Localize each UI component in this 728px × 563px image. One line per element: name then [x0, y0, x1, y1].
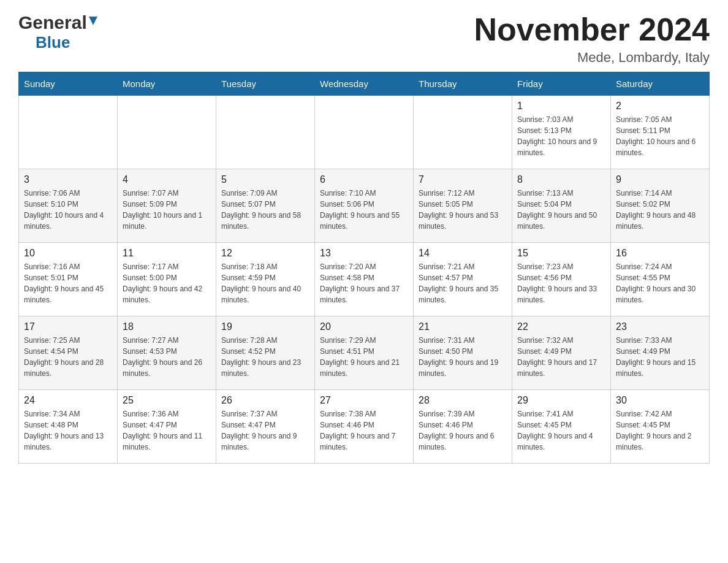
day-number: 14: [419, 248, 507, 259]
day-info: Sunrise: 7:37 AMSunset: 4:47 PMDaylight:…: [221, 408, 309, 453]
calendar-cell: 17Sunrise: 7:25 AMSunset: 4:54 PMDayligh…: [19, 316, 118, 390]
day-info: Sunrise: 7:16 AMSunset: 5:01 PMDaylight:…: [24, 261, 112, 305]
calendar-cell: 6Sunrise: 7:10 AMSunset: 5:06 PMDaylight…: [315, 169, 414, 243]
day-info: Sunrise: 7:33 AMSunset: 4:49 PMDaylight:…: [616, 335, 704, 379]
col-monday: Monday: [118, 72, 216, 96]
day-number: 24: [24, 395, 112, 406]
day-number: 20: [320, 321, 408, 332]
calendar-table: Sunday Monday Tuesday Wednesday Thursday…: [18, 72, 710, 464]
calendar-cell: 26Sunrise: 7:37 AMSunset: 4:47 PMDayligh…: [216, 390, 315, 464]
calendar-cell: 3Sunrise: 7:06 AMSunset: 5:10 PMDaylight…: [19, 169, 118, 243]
day-number: 19: [221, 321, 309, 332]
day-info: Sunrise: 7:41 AMSunset: 4:45 PMDaylight:…: [517, 408, 605, 453]
calendar-cell: 30Sunrise: 7:42 AMSunset: 4:45 PMDayligh…: [611, 390, 710, 464]
day-info: Sunrise: 7:42 AMSunset: 4:45 PMDaylight:…: [616, 408, 704, 453]
day-info: Sunrise: 7:18 AMSunset: 4:59 PMDaylight:…: [221, 261, 309, 305]
calendar-week-1: 1Sunrise: 7:03 AMSunset: 5:13 PMDaylight…: [19, 96, 710, 169]
calendar-cell: 28Sunrise: 7:39 AMSunset: 4:46 PMDayligh…: [414, 390, 512, 464]
calendar-cell: 9Sunrise: 7:14 AMSunset: 5:02 PMDaylight…: [611, 169, 710, 243]
calendar-header-row: Sunday Monday Tuesday Wednesday Thursday…: [19, 72, 710, 96]
col-tuesday: Tuesday: [216, 72, 315, 96]
calendar-cell: [414, 96, 512, 169]
day-number: 27: [320, 395, 408, 406]
day-info: Sunrise: 7:24 AMSunset: 4:55 PMDaylight:…: [616, 261, 704, 305]
calendar-week-3: 10Sunrise: 7:16 AMSunset: 5:01 PMDayligh…: [19, 243, 710, 316]
day-number: 13: [320, 248, 408, 259]
page-header: General Blue November 2024 Mede, Lombard…: [18, 12, 710, 66]
calendar-week-2: 3Sunrise: 7:06 AMSunset: 5:10 PMDaylight…: [19, 169, 710, 243]
calendar-cell: 15Sunrise: 7:23 AMSunset: 4:56 PMDayligh…: [512, 243, 611, 316]
day-info: Sunrise: 7:20 AMSunset: 4:58 PMDaylight:…: [320, 261, 408, 305]
day-number: 11: [123, 248, 211, 259]
day-number: 7: [419, 174, 507, 185]
day-info: Sunrise: 7:12 AMSunset: 5:05 PMDaylight:…: [419, 188, 507, 232]
calendar-cell: 4Sunrise: 7:07 AMSunset: 5:09 PMDaylight…: [118, 169, 216, 243]
day-info: Sunrise: 7:05 AMSunset: 5:11 PMDaylight:…: [616, 114, 704, 158]
day-number: 22: [517, 321, 605, 332]
day-number: 23: [616, 321, 704, 332]
calendar-cell: 16Sunrise: 7:24 AMSunset: 4:55 PMDayligh…: [611, 243, 710, 316]
day-info: Sunrise: 7:17 AMSunset: 5:00 PMDaylight:…: [123, 261, 211, 305]
calendar-cell: 29Sunrise: 7:41 AMSunset: 4:45 PMDayligh…: [512, 390, 611, 464]
day-info: Sunrise: 7:39 AMSunset: 4:46 PMDaylight:…: [419, 408, 507, 453]
calendar-cell: 18Sunrise: 7:27 AMSunset: 4:53 PMDayligh…: [118, 316, 216, 390]
day-number: 21: [419, 321, 507, 332]
day-number: 10: [24, 248, 112, 259]
day-info: Sunrise: 7:32 AMSunset: 4:49 PMDaylight:…: [517, 335, 605, 379]
day-number: 15: [517, 248, 605, 259]
calendar-cell: 7Sunrise: 7:12 AMSunset: 5:05 PMDaylight…: [414, 169, 512, 243]
calendar-cell: 10Sunrise: 7:16 AMSunset: 5:01 PMDayligh…: [19, 243, 118, 316]
calendar-cell: 13Sunrise: 7:20 AMSunset: 4:58 PMDayligh…: [315, 243, 414, 316]
day-number: 16: [616, 248, 704, 259]
month-title: November 2024: [474, 12, 710, 47]
day-number: 9: [616, 174, 704, 185]
calendar-cell: 27Sunrise: 7:38 AMSunset: 4:46 PMDayligh…: [315, 390, 414, 464]
calendar-cell: 23Sunrise: 7:33 AMSunset: 4:49 PMDayligh…: [611, 316, 710, 390]
calendar-cell: 5Sunrise: 7:09 AMSunset: 5:07 PMDaylight…: [216, 169, 315, 243]
calendar-cell: 2Sunrise: 7:05 AMSunset: 5:11 PMDaylight…: [611, 96, 710, 169]
day-number: 30: [616, 395, 704, 406]
calendar-week-4: 17Sunrise: 7:25 AMSunset: 4:54 PMDayligh…: [19, 316, 710, 390]
location: Mede, Lombardy, Italy: [474, 50, 710, 66]
calendar-cell: 14Sunrise: 7:21 AMSunset: 4:57 PMDayligh…: [414, 243, 512, 316]
day-number: 2: [616, 101, 704, 112]
day-info: Sunrise: 7:34 AMSunset: 4:48 PMDaylight:…: [24, 408, 112, 453]
day-number: 6: [320, 174, 408, 185]
day-info: Sunrise: 7:06 AMSunset: 5:10 PMDaylight:…: [24, 188, 112, 232]
day-number: 3: [24, 174, 112, 185]
col-saturday: Saturday: [611, 72, 710, 96]
calendar-cell: 12Sunrise: 7:18 AMSunset: 4:59 PMDayligh…: [216, 243, 315, 316]
calendar-cell: 1Sunrise: 7:03 AMSunset: 5:13 PMDaylight…: [512, 96, 611, 169]
logo-blue-text: Blue: [36, 33, 70, 52]
day-number: 17: [24, 321, 112, 332]
calendar-cell: 22Sunrise: 7:32 AMSunset: 4:49 PMDayligh…: [512, 316, 611, 390]
day-info: Sunrise: 7:10 AMSunset: 5:06 PMDaylight:…: [320, 188, 408, 232]
calendar-cell: 21Sunrise: 7:31 AMSunset: 4:50 PMDayligh…: [414, 316, 512, 390]
day-number: 28: [419, 395, 507, 406]
day-number: 5: [221, 174, 309, 185]
col-wednesday: Wednesday: [315, 72, 414, 96]
day-number: 8: [517, 174, 605, 185]
day-info: Sunrise: 7:28 AMSunset: 4:52 PMDaylight:…: [221, 335, 309, 379]
calendar-week-5: 24Sunrise: 7:34 AMSunset: 4:48 PMDayligh…: [19, 390, 710, 464]
calendar-cell: [315, 96, 414, 169]
day-info: Sunrise: 7:21 AMSunset: 4:57 PMDaylight:…: [419, 261, 507, 305]
day-info: Sunrise: 7:29 AMSunset: 4:51 PMDaylight:…: [320, 335, 408, 379]
calendar-cell: 24Sunrise: 7:34 AMSunset: 4:48 PMDayligh…: [19, 390, 118, 464]
day-info: Sunrise: 7:03 AMSunset: 5:13 PMDaylight:…: [517, 114, 605, 158]
calendar-cell: [19, 96, 118, 169]
logo: General Blue: [18, 12, 97, 52]
day-number: 12: [221, 248, 309, 259]
col-friday: Friday: [512, 72, 611, 96]
calendar-cell: [118, 96, 216, 169]
calendar-cell: [216, 96, 315, 169]
day-info: Sunrise: 7:07 AMSunset: 5:09 PMDaylight:…: [123, 188, 211, 232]
day-info: Sunrise: 7:14 AMSunset: 5:02 PMDaylight:…: [616, 188, 704, 232]
calendar-cell: 20Sunrise: 7:29 AMSunset: 4:51 PMDayligh…: [315, 316, 414, 390]
calendar-cell: 19Sunrise: 7:28 AMSunset: 4:52 PMDayligh…: [216, 316, 315, 390]
calendar-cell: 25Sunrise: 7:36 AMSunset: 4:47 PMDayligh…: [118, 390, 216, 464]
day-info: Sunrise: 7:23 AMSunset: 4:56 PMDaylight:…: [517, 261, 605, 305]
day-number: 4: [123, 174, 211, 185]
col-sunday: Sunday: [19, 72, 118, 96]
title-section: November 2024 Mede, Lombardy, Italy: [474, 12, 710, 66]
